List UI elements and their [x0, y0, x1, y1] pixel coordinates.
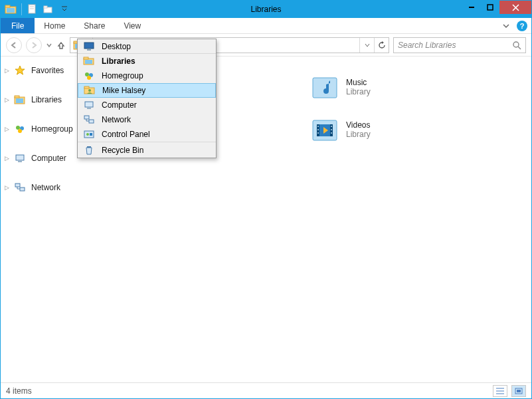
svg-rect-22: [18, 161, 22, 162]
library-item-music[interactable]: Music Library: [310, 72, 518, 102]
svg-point-30: [317, 126, 319, 127]
tab-view[interactable]: View: [114, 18, 150, 33]
dropdown-item-user[interactable]: Mike Halsey: [78, 83, 216, 98]
address-bar-dropdown: Desktop Libraries Homegroup Mike Halsey …: [77, 39, 217, 158]
dropdown-label: Libraries: [102, 57, 135, 66]
tab-share[interactable]: Share: [74, 18, 114, 33]
svg-point-57: [86, 133, 89, 136]
dropdown-item-control-panel[interactable]: Control Panel: [78, 127, 216, 142]
svg-point-34: [331, 129, 332, 130]
svg-rect-54: [84, 116, 89, 119]
properties-icon[interactable]: [25, 2, 40, 17]
expand-ribbon-icon[interactable]: [502, 23, 510, 29]
help-button[interactable]: ?: [517, 21, 527, 31]
svg-point-32: [317, 132, 319, 134]
tab-home[interactable]: Home: [35, 18, 74, 33]
up-button[interactable]: [56, 41, 66, 50]
network-icon: [83, 114, 95, 126]
dropdown-label: Recycle Bin: [102, 146, 143, 155]
svg-rect-42: [87, 49, 91, 51]
music-library-icon: [310, 72, 339, 102]
expand-icon: ▷: [5, 126, 9, 132]
recycle-bin-icon: [83, 144, 95, 156]
dropdown-item-libraries[interactable]: Libraries: [78, 54, 216, 68]
dropdown-label: Network: [102, 115, 131, 124]
dropdown-item-desktop[interactable]: Desktop: [78, 39, 216, 54]
svg-rect-24: [20, 188, 25, 191]
expand-icon: ▷: [5, 96, 9, 103]
file-tab[interactable]: File: [1, 18, 35, 33]
forward-button[interactable]: [26, 37, 42, 53]
svg-rect-58: [90, 133, 92, 136]
close-button[interactable]: [499, 1, 531, 14]
libraries-icon: [83, 55, 95, 67]
maximize-button[interactable]: [481, 1, 499, 14]
library-name: Videos: [346, 120, 371, 130]
dropdown-label: Desktop: [102, 42, 131, 51]
search-placeholder: Search Libraries: [398, 41, 512, 50]
dropdown-label: Homegroup: [102, 71, 143, 80]
svg-rect-16: [15, 96, 19, 98]
star-icon: [14, 65, 26, 76]
network-icon: [14, 182, 26, 194]
svg-rect-55: [89, 120, 94, 123]
svg-point-51: [88, 89, 91, 92]
computer-icon: [14, 152, 26, 164]
window-controls: [462, 1, 531, 15]
control-panel-icon: [83, 128, 95, 140]
svg-point-35: [331, 132, 332, 134]
details-view-button[interactable]: [493, 385, 507, 397]
svg-point-46: [85, 72, 89, 76]
window-title: Libraries: [1, 5, 531, 14]
dropdown-item-network[interactable]: Network: [78, 112, 216, 127]
libraries-icon: [14, 94, 26, 106]
svg-rect-9: [488, 5, 493, 10]
svg-point-48: [87, 76, 91, 80]
svg-point-18: [16, 126, 20, 130]
search-icon: [512, 41, 521, 50]
expand-icon: ▷: [5, 184, 9, 191]
library-sub: Library: [346, 130, 371, 139]
dropdown-item-computer[interactable]: Computer: [78, 98, 216, 112]
svg-rect-50: [84, 86, 89, 88]
qat-customize-icon[interactable]: [57, 2, 72, 17]
svg-rect-53: [87, 108, 91, 109]
expand-icon: ▷: [5, 67, 9, 74]
svg-rect-52: [85, 102, 93, 107]
folder-icon[interactable]: [3, 2, 18, 17]
svg-rect-23: [15, 184, 20, 187]
svg-point-13: [513, 42, 519, 47]
back-button[interactable]: [6, 37, 22, 53]
svg-rect-59: [87, 146, 91, 148]
refresh-button[interactable]: [374, 38, 389, 53]
navpane-label: Network: [31, 183, 60, 192]
svg-point-20: [18, 129, 22, 133]
new-folder-icon[interactable]: [41, 2, 56, 17]
navpane-label: Favorites: [31, 66, 64, 75]
library-sub: Library: [346, 87, 371, 96]
qat-separator: [21, 3, 22, 15]
search-box[interactable]: Search Libraries: [393, 37, 526, 53]
status-bar: 4 items: [1, 382, 531, 398]
dropdown-item-recycle-bin[interactable]: Recycle Bin: [78, 142, 216, 158]
quick-access-toolbar: [1, 2, 72, 17]
svg-rect-21: [16, 155, 24, 160]
library-item-videos[interactable]: Videos Library: [310, 115, 518, 144]
svg-rect-41: [84, 43, 94, 49]
title-bar: Libraries: [1, 1, 531, 18]
large-icons-view-button[interactable]: [511, 385, 526, 397]
svg-rect-7: [44, 6, 47, 8]
minimize-button[interactable]: [462, 1, 481, 14]
svg-rect-44: [84, 57, 88, 59]
navpane-label: Homegroup: [31, 124, 73, 134]
svg-rect-45: [85, 60, 92, 64]
recent-locations-icon[interactable]: [46, 42, 52, 49]
navpane-label: Libraries: [31, 95, 62, 104]
dropdown-item-homegroup[interactable]: Homegroup: [78, 68, 216, 83]
svg-rect-25: [313, 78, 337, 98]
address-dropdown-icon[interactable]: [359, 38, 374, 53]
videos-library-icon: [310, 115, 339, 144]
navpane-network[interactable]: ▷ Network: [1, 179, 104, 196]
status-item-count: 4 items: [6, 386, 32, 396]
expand-icon: ▷: [5, 155, 9, 162]
